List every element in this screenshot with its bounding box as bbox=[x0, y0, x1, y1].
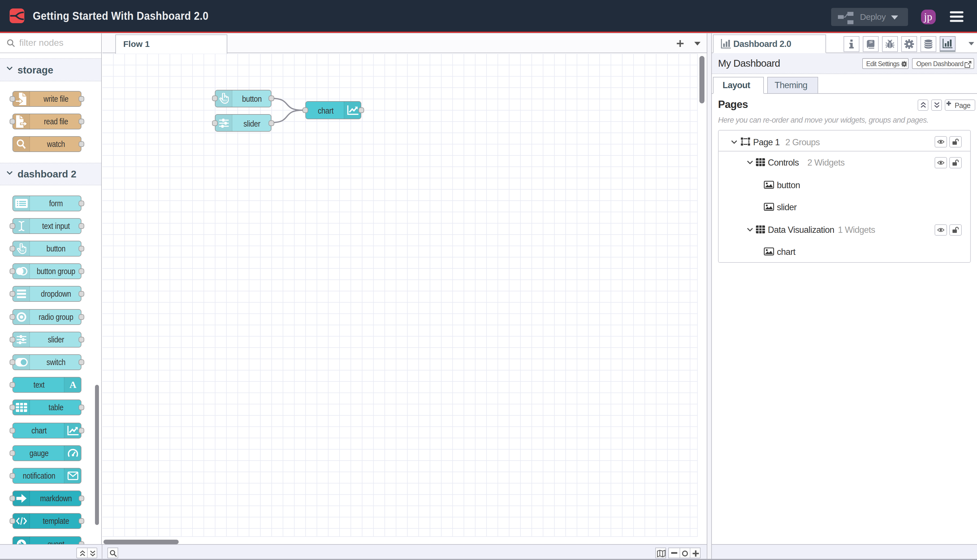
svg-text:A: A bbox=[69, 380, 76, 389]
